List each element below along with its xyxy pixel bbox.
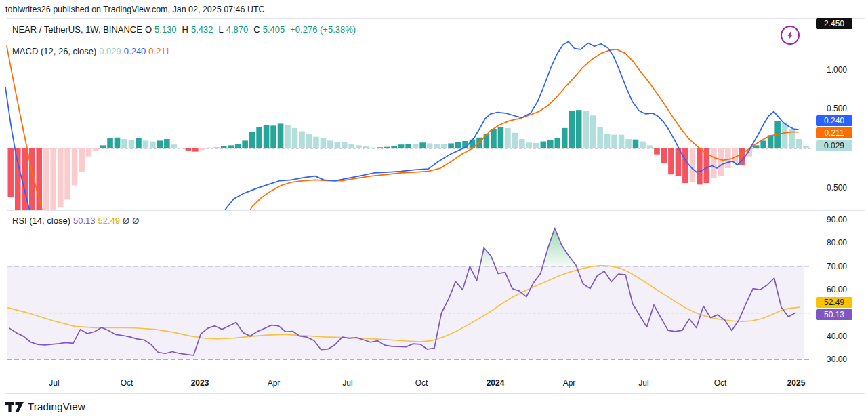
macd-histogram-bar — [697, 148, 703, 184]
macd-pane[interactable] — [0, 41, 868, 210]
macd-histogram-bar — [427, 143, 433, 148]
macd-histogram-bar — [264, 125, 270, 148]
macd-title: MACD (12, 26, close) — [12, 46, 96, 56]
macd-histogram-bar — [50, 148, 56, 210]
macd-histogram-bar — [604, 134, 611, 148]
rsi-legend[interactable]: RSI (14, close)50.1352.49ØØ — [12, 216, 142, 226]
macd-legend[interactable]: MACD (12, 26, close)0.0290.2400.211 — [12, 46, 173, 56]
macd-legend-value: 0.029 — [99, 46, 121, 56]
axis-label: 1.000 — [806, 64, 847, 75]
change-value: +0.276 (+5.38%) — [290, 24, 356, 35]
footer-logo[interactable]: TradingView — [5, 401, 85, 412]
macd-histogram-bar — [554, 138, 560, 148]
macd-histogram-bar — [597, 127, 603, 148]
macd-histogram-bar — [533, 143, 539, 148]
macd-histogram-bar — [682, 148, 688, 183]
macd-histogram-bar — [356, 145, 362, 148]
symbol-title: NEAR / TetherUS, 1W, BINANCE — [12, 24, 142, 35]
macd-histogram-bar — [505, 128, 511, 148]
macd-histogram-bar — [398, 144, 405, 148]
macd-histogram-bar — [8, 148, 14, 197]
macd-histogram-bar — [242, 140, 248, 148]
rsi-legend-value: 50.13 — [73, 216, 96, 226]
macd-histogram-bar — [270, 125, 276, 148]
rsi-legend-value: Ø — [123, 216, 129, 226]
macd-histogram-bar — [633, 140, 639, 148]
boost-button[interactable] — [781, 26, 800, 45]
macd-histogram-bar — [455, 142, 461, 148]
macd-histogram-bar — [79, 148, 85, 172]
time-axis-label: Oct — [714, 378, 727, 388]
macd-histogram-bar — [434, 144, 440, 148]
macd-histogram-bar — [725, 148, 731, 168]
axis-label: -0.500 — [806, 182, 847, 193]
macd-histogram-bar — [668, 148, 674, 174]
macd-histogram-bar — [43, 148, 49, 210]
macd-histogram-bar — [256, 127, 262, 148]
macd-histogram-bar — [278, 123, 284, 148]
macd-histogram-bar — [93, 148, 99, 151]
macd-histogram-bar — [186, 148, 192, 151]
time-axis-label: 2024 — [487, 378, 505, 388]
ohlc-value: O5.130 — [145, 24, 180, 35]
macd-histogram-bar — [611, 135, 617, 148]
axis-label: 0.500 — [806, 103, 847, 114]
macd-histogram-bar — [718, 148, 724, 176]
axis-label: 90.00 — [806, 214, 847, 225]
macd-histogram-bar — [498, 127, 504, 148]
macd-histogram-bar — [157, 140, 163, 148]
macd-histogram-bar — [384, 147, 390, 148]
macd-histogram-bar — [36, 148, 42, 210]
macd-histogram-bar — [349, 144, 355, 148]
time-axis-label: Oct — [415, 378, 428, 388]
axis-label: 80.00 — [806, 237, 847, 248]
rsi-title: RSI (14, close) — [12, 216, 70, 226]
macd-histogram-bar — [760, 140, 766, 148]
macd-histogram-bar — [690, 148, 696, 182]
macd-histogram-bar — [562, 128, 568, 148]
attribution-text: tobiwrites26 published on TradingView.co… — [5, 5, 265, 14]
macd-histogram-bar — [370, 148, 376, 148]
tradingview-logo-icon — [5, 402, 24, 412]
macd-histogram-bar — [15, 148, 21, 210]
macd-histogram-bar — [419, 142, 426, 148]
rsi-pane[interactable] — [0, 211, 868, 370]
macd-histogram-bar — [590, 115, 596, 148]
macd-histogram-bar — [569, 111, 575, 148]
macd-histogram-bar — [583, 111, 589, 148]
ohlc-value: L4.870 — [219, 24, 251, 35]
macd-histogram-bar — [676, 148, 682, 176]
macd-histogram-bar — [327, 140, 333, 148]
ohlc-value: H5.432 — [182, 24, 216, 35]
tradingview-snapshot: tobiwrites26 published on TradingView.co… — [0, 0, 868, 417]
macd-histogram-bar — [313, 137, 319, 148]
symbol-legend[interactable]: NEAR / TetherUS, 1W, BINANCEO5.130H5.432… — [12, 24, 358, 35]
macd-histogram-bar — [640, 142, 646, 148]
axis-label: 40.00 — [806, 331, 847, 342]
macd-legend-value: 0.240 — [124, 46, 146, 56]
ohlc-value: C5.405 — [253, 24, 287, 35]
rsi-value-badge: 50.13 — [816, 309, 852, 320]
macd-histogram-bar — [121, 139, 127, 148]
macd-histogram-bar — [526, 142, 533, 148]
macd-histogram-bar — [476, 138, 482, 148]
macd-histogram-bar — [306, 134, 312, 148]
footer-divider — [5, 393, 865, 394]
footer-brand-text: TradingView — [28, 401, 85, 412]
macd-histogram-bar — [541, 142, 547, 148]
macd-histogram-bar — [150, 142, 156, 148]
macd-histogram-bar — [342, 142, 348, 148]
rsi-legend-value: 52.49 — [98, 216, 121, 226]
rsi-value-badge: 52.49 — [816, 297, 852, 308]
time-axis-label: Jul — [638, 378, 648, 388]
macd-histogram-bar — [491, 129, 497, 148]
macd-histogram-bar — [143, 140, 149, 148]
macd-histogram-bar — [803, 146, 809, 148]
macd-histogram-bar — [115, 138, 121, 148]
macd-histogram-bar — [292, 128, 298, 148]
macd-histogram-bar — [405, 144, 411, 148]
macd-histogram-bar — [647, 145, 653, 148]
macd-signal-line — [7, 46, 798, 210]
macd-histogram-bar — [391, 146, 397, 148]
time-axis-label: 2025 — [787, 378, 806, 388]
